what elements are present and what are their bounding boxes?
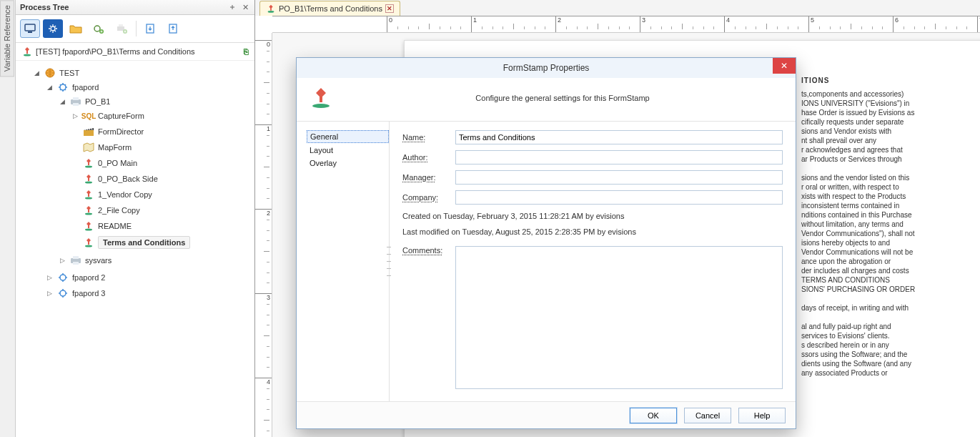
- label-manager: Manager:: [402, 173, 448, 182]
- nav-general[interactable]: General: [307, 130, 389, 143]
- tree-node[interactable]: PO_B1: [85, 97, 110, 106]
- splitter-grip-icon[interactable]: [387, 244, 391, 280]
- expand-toggle[interactable]: ▷: [59, 257, 66, 265]
- page-text-line: isions hereby objects to and: [801, 238, 966, 247]
- tree-node[interactable]: CaptureForm: [98, 112, 144, 120]
- cancel-button[interactable]: Cancel: [684, 408, 731, 423]
- svg-point-29: [312, 104, 330, 108]
- ruler-tick: 6: [893, 16, 899, 32]
- modified-meta: Last modified on Tuesday, August 25, 201…: [402, 226, 783, 240]
- help-button[interactable]: Help: [738, 408, 786, 423]
- svg-point-18: [85, 182, 92, 184]
- stamp-icon: [82, 220, 95, 232]
- svg-point-22: [85, 245, 92, 247]
- editor-tab[interactable]: PO_B1\Terms and Conditions ✕: [259, 1, 400, 16]
- page-heading-fragment: ITIONS: [801, 76, 966, 85]
- tree-node[interactable]: README: [98, 222, 132, 230]
- pin-icon[interactable]: [227, 2, 237, 12]
- tree-node[interactable]: 1_Vendor Copy: [98, 190, 152, 199]
- manager-field[interactable]: [455, 170, 783, 185]
- process-tree-panel: Process Tree ✕ [TEST] fpapord\PO_B1\Term…: [16, 0, 255, 437]
- tree-view[interactable]: ◢ TEST ◢ fpapord ◢ PO_B1: [16, 61, 254, 437]
- expand-toggle[interactable]: ◢: [46, 84, 54, 92]
- locate-icon[interactable]: ⎘: [244, 47, 249, 56]
- tree-node[interactable]: fpapord 2: [72, 273, 105, 282]
- dialog-close-button[interactable]: ✕: [773, 58, 796, 74]
- vertical-ruler: 01234: [255, 33, 272, 437]
- created-meta: Created on Tuesday, February 3, 2015 11:…: [402, 210, 783, 225]
- svg-rect-1: [28, 31, 32, 33]
- editor-tabbar: PO_B1\Terms and Conditions ✕: [255, 0, 980, 16]
- add-gear-button[interactable]: [89, 19, 109, 38]
- page-text-line: Vendor Communications will not be: [801, 247, 966, 257]
- page-text-line: ar Products or Services through: [801, 154, 966, 164]
- ok-button[interactable]: OK: [630, 408, 677, 423]
- tree-node[interactable]: fpapord: [72, 83, 99, 92]
- label-name: Name:: [402, 133, 448, 142]
- tree-node[interactable]: MapForm: [98, 143, 132, 152]
- page-text-line: services to Evisions' clients.: [801, 331, 966, 340]
- page-text-line: s described herein or in any: [801, 340, 966, 350]
- dialog-form: Name: Author: Manager: Company: Created …: [390, 122, 796, 401]
- name-field[interactable]: [455, 130, 783, 144]
- tree-node[interactable]: FormDirector: [98, 127, 144, 136]
- monitor-button[interactable]: [20, 19, 40, 38]
- open-folder-button[interactable]: [66, 19, 86, 38]
- svg-point-28: [268, 11, 274, 13]
- svg-point-27: [60, 290, 66, 296]
- breadcrumb: [TEST] fpapord\PO_B1\Terms and Condition…: [16, 43, 254, 61]
- expand-toggle[interactable]: ▷: [46, 290, 54, 298]
- page-text-line: SIONS' PURCHASING OR ORDER: [801, 285, 966, 294]
- expand-toggle[interactable]: ▷: [46, 274, 54, 282]
- process-tree-titlebar: Process Tree ✕: [16, 0, 254, 15]
- page-text-line: [801, 294, 966, 303]
- tree-node-selected[interactable]: Terms and Conditions: [98, 236, 190, 249]
- dialog-titlebar[interactable]: FormStamp Properties ✕: [297, 58, 796, 78]
- nav-overlay[interactable]: Overlay: [307, 157, 389, 169]
- page-text-line: [801, 164, 966, 173]
- page-text-line: al and fully paid-up right and: [801, 322, 966, 331]
- ruler-tick: 0: [255, 40, 272, 48]
- expand-toggle[interactable]: ◢: [59, 98, 66, 106]
- variable-reference-tab[interactable]: Variable Reference: [0, 0, 14, 77]
- page-text-line: Vendor Communications"), shall not: [801, 229, 966, 238]
- svg-point-17: [85, 166, 92, 168]
- dialog-header: Configure the general settings for this …: [297, 78, 796, 122]
- gear-icon: [56, 82, 69, 93]
- tree-node[interactable]: sysvars: [85, 256, 112, 265]
- stamp-icon: [21, 46, 33, 57]
- page-text-line: without limitation, any terms and: [801, 220, 966, 229]
- stamp-icon: [82, 237, 95, 248]
- svg-rect-14: [73, 97, 79, 100]
- dialog-title: FormStamp Properties: [503, 63, 590, 73]
- tree-node[interactable]: 0_PO_Back Side: [98, 175, 158, 183]
- export-button[interactable]: [164, 19, 184, 38]
- page-text-line: der includes all charges and costs: [801, 266, 966, 275]
- horizontal-ruler: 012345678: [272, 16, 980, 33]
- settings-button[interactable]: [43, 19, 63, 38]
- svg-point-26: [60, 275, 66, 280]
- author-field[interactable]: [455, 150, 783, 165]
- add-printer-button[interactable]: [112, 19, 132, 38]
- svg-rect-5: [117, 26, 124, 31]
- printer-icon: [69, 255, 82, 266]
- tree-node[interactable]: fpapord 3: [72, 289, 105, 298]
- nav-layout[interactable]: Layout: [307, 144, 389, 156]
- close-panel-icon[interactable]: ✕: [240, 2, 250, 12]
- ruler-tick: 2: [555, 16, 561, 32]
- import-button[interactable]: [141, 19, 161, 38]
- tree-node[interactable]: 2_File Copy: [98, 206, 140, 215]
- stamp-icon: [82, 173, 95, 185]
- tree-node-root[interactable]: TEST: [59, 69, 79, 77]
- company-field[interactable]: [455, 190, 783, 205]
- expand-toggle[interactable]: ◢: [33, 69, 41, 77]
- tree-node[interactable]: 0_PO Main: [98, 159, 137, 167]
- svg-rect-0: [25, 24, 35, 31]
- dialog-footer: OK Cancel Help: [297, 401, 796, 428]
- page-text-line: cifically requests under separate: [801, 117, 966, 127]
- ruler-tick: 3: [255, 293, 272, 301]
- comments-field[interactable]: [455, 246, 783, 389]
- close-tab-icon[interactable]: ✕: [385, 4, 394, 13]
- expand-toggle[interactable]: ▷: [71, 112, 79, 120]
- editor-tab-label: PO_B1\Terms and Conditions: [279, 4, 382, 13]
